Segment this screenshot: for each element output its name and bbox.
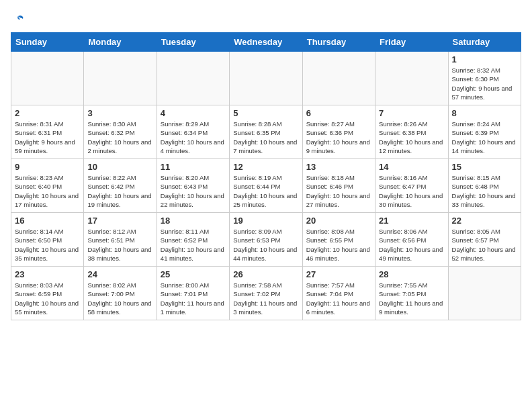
day-info: Sunrise: 8:08 AM Sunset: 6:55 PM Dayligh… (306, 227, 371, 263)
day-header-saturday: Saturday (448, 33, 521, 52)
day-info: Sunrise: 8:30 AM Sunset: 6:32 PM Dayligh… (87, 120, 152, 155)
day-info: Sunrise: 8:29 AM Sunset: 6:34 PM Dayligh… (161, 120, 226, 155)
header-row: SundayMondayTuesdayWednesdayThursdayFrid… (11, 33, 521, 52)
day-info: Sunrise: 7:57 AM Sunset: 7:04 PM Dayligh… (306, 281, 371, 316)
day-info: Sunrise: 8:16 AM Sunset: 6:47 PM Dayligh… (379, 173, 444, 209)
calendar-cell: 28Sunrise: 7:55 AM Sunset: 7:05 PM Dayli… (375, 267, 448, 320)
calendar-cell: 25Sunrise: 8:00 AM Sunset: 7:01 PM Dayli… (157, 267, 229, 320)
calendar-cell: 15Sunrise: 8:15 AM Sunset: 6:48 PM Dayli… (448, 159, 521, 213)
calendar-cell (302, 52, 375, 105)
day-info: Sunrise: 8:15 AM Sunset: 6:48 PM Dayligh… (452, 173, 517, 209)
day-number: 10 (87, 162, 152, 172)
day-number: 22 (452, 216, 517, 226)
calendar-cell: 21Sunrise: 8:06 AM Sunset: 6:56 PM Dayli… (375, 213, 448, 267)
day-number: 20 (306, 216, 371, 226)
day-number: 23 (15, 269, 80, 279)
day-info: Sunrise: 8:06 AM Sunset: 6:56 PM Dayligh… (379, 227, 444, 263)
calendar-cell (11, 52, 84, 105)
calendar-cell: 10Sunrise: 8:22 AM Sunset: 6:42 PM Dayli… (84, 159, 157, 213)
calendar-cell: 24Sunrise: 8:02 AM Sunset: 7:00 PM Dayli… (84, 267, 157, 320)
calendar-cell: 17Sunrise: 8:12 AM Sunset: 6:51 PM Dayli… (84, 213, 157, 267)
day-info: Sunrise: 8:09 AM Sunset: 6:53 PM Dayligh… (233, 227, 298, 263)
day-number: 4 (161, 108, 226, 118)
day-header-sunday: Sunday (11, 33, 84, 52)
day-info: Sunrise: 8:00 AM Sunset: 7:01 PM Dayligh… (161, 281, 226, 316)
day-number: 14 (379, 162, 444, 172)
calendar-cell: 7Sunrise: 8:26 AM Sunset: 6:38 PM Daylig… (375, 105, 448, 159)
day-info: Sunrise: 8:27 AM Sunset: 6:36 PM Dayligh… (306, 120, 371, 155)
week-row-5: 23Sunrise: 8:03 AM Sunset: 6:59 PM Dayli… (11, 267, 521, 320)
day-info: Sunrise: 8:20 AM Sunset: 6:43 PM Dayligh… (161, 173, 226, 209)
calendar-cell: 11Sunrise: 8:20 AM Sunset: 6:43 PM Dayli… (157, 159, 229, 213)
day-number: 27 (306, 269, 371, 279)
day-info: Sunrise: 8:11 AM Sunset: 6:52 PM Dayligh… (161, 227, 226, 263)
day-info: Sunrise: 8:14 AM Sunset: 6:50 PM Dayligh… (15, 227, 80, 263)
day-header-friday: Friday (375, 33, 448, 52)
calendar-cell: 27Sunrise: 7:57 AM Sunset: 7:04 PM Dayli… (302, 267, 375, 320)
day-number: 18 (161, 216, 226, 226)
day-info: Sunrise: 8:31 AM Sunset: 6:31 PM Dayligh… (15, 120, 80, 155)
calendar-cell: 5Sunrise: 8:28 AM Sunset: 6:35 PM Daylig… (230, 105, 302, 159)
calendar-cell: 3Sunrise: 8:30 AM Sunset: 6:32 PM Daylig… (84, 105, 157, 159)
day-number: 21 (379, 216, 444, 226)
calendar-cell (84, 52, 157, 105)
calendar-cell: 1Sunrise: 8:32 AM Sunset: 6:30 PM Daylig… (448, 52, 521, 105)
day-number: 26 (233, 269, 298, 279)
day-header-thursday: Thursday (302, 33, 375, 52)
day-number: 8 (452, 108, 517, 118)
day-info: Sunrise: 8:22 AM Sunset: 6:42 PM Dayligh… (87, 173, 152, 209)
day-number: 12 (233, 162, 298, 172)
day-number: 5 (233, 108, 298, 118)
day-number: 11 (161, 162, 226, 172)
day-number: 17 (87, 216, 152, 226)
calendar-cell (375, 52, 448, 105)
day-info: Sunrise: 8:32 AM Sunset: 6:30 PM Dayligh… (452, 66, 517, 101)
calendar-cell: 14Sunrise: 8:16 AM Sunset: 6:47 PM Dayli… (375, 159, 448, 213)
day-info: Sunrise: 8:24 AM Sunset: 6:39 PM Dayligh… (452, 120, 517, 155)
day-number: 9 (15, 162, 80, 172)
day-number: 3 (87, 108, 152, 118)
calendar-cell: 20Sunrise: 8:08 AM Sunset: 6:55 PM Dayli… (302, 213, 375, 267)
day-header-monday: Monday (84, 33, 157, 52)
day-info: Sunrise: 8:12 AM Sunset: 6:51 PM Dayligh… (87, 227, 152, 263)
calendar-cell: 19Sunrise: 8:09 AM Sunset: 6:53 PM Dayli… (230, 213, 302, 267)
day-info: Sunrise: 8:02 AM Sunset: 7:00 PM Dayligh… (87, 281, 152, 316)
logo-bird-icon (11, 13, 26, 28)
calendar-cell: 18Sunrise: 8:11 AM Sunset: 6:52 PM Dayli… (157, 213, 229, 267)
day-info: Sunrise: 8:28 AM Sunset: 6:35 PM Dayligh… (233, 120, 298, 155)
day-info: Sunrise: 8:05 AM Sunset: 6:57 PM Dayligh… (452, 227, 517, 263)
week-row-3: 9Sunrise: 8:23 AM Sunset: 6:40 PM Daylig… (11, 159, 521, 213)
calendar-cell: 26Sunrise: 7:58 AM Sunset: 7:02 PM Dayli… (230, 267, 302, 320)
calendar-cell (230, 52, 302, 105)
day-info: Sunrise: 8:18 AM Sunset: 6:46 PM Dayligh… (306, 173, 371, 209)
calendar-cell: 4Sunrise: 8:29 AM Sunset: 6:34 PM Daylig… (157, 105, 229, 159)
day-info: Sunrise: 7:58 AM Sunset: 7:02 PM Dayligh… (233, 281, 298, 316)
calendar-cell: 23Sunrise: 8:03 AM Sunset: 6:59 PM Dayli… (11, 267, 84, 320)
calendar-cell: 6Sunrise: 8:27 AM Sunset: 6:36 PM Daylig… (302, 105, 375, 159)
day-number: 13 (306, 162, 371, 172)
day-number: 7 (379, 108, 444, 118)
calendar-cell: 2Sunrise: 8:31 AM Sunset: 6:31 PM Daylig… (11, 105, 84, 159)
day-number: 15 (452, 162, 517, 172)
calendar-cell: 16Sunrise: 8:14 AM Sunset: 6:50 PM Dayli… (11, 213, 84, 267)
calendar-cell (157, 52, 229, 105)
calendar-cell: 13Sunrise: 8:18 AM Sunset: 6:46 PM Dayli… (302, 159, 375, 213)
day-number: 1 (452, 54, 517, 64)
day-number: 2 (15, 108, 80, 118)
day-info: Sunrise: 8:23 AM Sunset: 6:40 PM Dayligh… (15, 173, 80, 209)
day-info: Sunrise: 8:26 AM Sunset: 6:38 PM Dayligh… (379, 120, 444, 155)
day-number: 24 (87, 269, 152, 279)
logo (11, 11, 26, 28)
header (11, 11, 521, 28)
week-row-2: 2Sunrise: 8:31 AM Sunset: 6:31 PM Daylig… (11, 105, 521, 159)
day-number: 6 (306, 108, 371, 118)
calendar-cell: 12Sunrise: 8:19 AM Sunset: 6:44 PM Dayli… (230, 159, 302, 213)
calendar-cell: 8Sunrise: 8:24 AM Sunset: 6:39 PM Daylig… (448, 105, 521, 159)
calendar-cell (448, 267, 521, 320)
week-row-1: 1Sunrise: 8:32 AM Sunset: 6:30 PM Daylig… (11, 52, 521, 105)
day-info: Sunrise: 8:19 AM Sunset: 6:44 PM Dayligh… (233, 173, 298, 209)
day-header-wednesday: Wednesday (230, 33, 302, 52)
day-number: 25 (161, 269, 226, 279)
day-number: 28 (379, 269, 444, 279)
calendar-cell: 22Sunrise: 8:05 AM Sunset: 6:57 PM Dayli… (448, 213, 521, 267)
